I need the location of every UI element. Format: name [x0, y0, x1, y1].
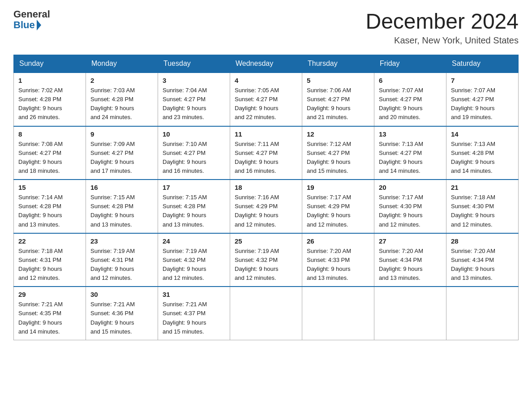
day-number: 17 — [163, 184, 225, 191]
day-info: Sunrise: 7:21 AMSunset: 4:37 PMDaylight:… — [163, 300, 225, 336]
header-friday: Friday — [374, 55, 446, 73]
day-cell: 16Sunrise: 7:15 AMSunset: 4:28 PMDayligh… — [86, 180, 158, 233]
day-info: Sunrise: 7:17 AMSunset: 4:29 PMDaylight:… — [307, 193, 369, 229]
day-cell — [374, 287, 446, 340]
day-cell: 30Sunrise: 7:21 AMSunset: 4:36 PMDayligh… — [86, 287, 158, 340]
day-info: Sunrise: 7:10 AMSunset: 4:27 PMDaylight:… — [163, 140, 225, 176]
day-cell: 6Sunrise: 7:07 AMSunset: 4:27 PMDaylight… — [374, 73, 446, 126]
day-info: Sunrise: 7:02 AMSunset: 4:28 PMDaylight:… — [18, 86, 81, 122]
day-info: Sunrise: 7:19 AMSunset: 4:31 PMDaylight:… — [90, 247, 153, 283]
day-info: Sunrise: 7:04 AMSunset: 4:27 PMDaylight:… — [163, 86, 225, 122]
day-number: 1 — [18, 77, 81, 84]
logo-blue-text: Blue — [13, 20, 50, 30]
week-row-1: 1Sunrise: 7:02 AMSunset: 4:28 PMDaylight… — [14, 73, 519, 126]
day-number: 16 — [90, 184, 153, 191]
day-number: 27 — [379, 237, 442, 245]
day-cell: 5Sunrise: 7:06 AMSunset: 4:27 PMDaylight… — [302, 73, 374, 126]
day-number: 4 — [235, 77, 297, 84]
day-info: Sunrise: 7:03 AMSunset: 4:28 PMDaylight:… — [90, 86, 153, 122]
day-cell: 28Sunrise: 7:20 AMSunset: 4:34 PMDayligh… — [446, 233, 519, 287]
header-saturday: Saturday — [446, 55, 519, 73]
day-number: 22 — [18, 237, 81, 245]
day-info: Sunrise: 7:08 AMSunset: 4:27 PMDaylight:… — [18, 140, 81, 176]
day-cell: 2Sunrise: 7:03 AMSunset: 4:28 PMDaylight… — [86, 73, 158, 126]
title-area: December 2024 Kaser, New York, United St… — [365, 9, 519, 46]
header-wednesday: Wednesday — [230, 55, 302, 73]
day-info: Sunrise: 7:20 AMSunset: 4:34 PMDaylight:… — [451, 247, 514, 283]
day-info: Sunrise: 7:20 AMSunset: 4:33 PMDaylight:… — [307, 247, 369, 283]
day-info: Sunrise: 7:07 AMSunset: 4:27 PMDaylight:… — [379, 86, 442, 122]
day-cell: 20Sunrise: 7:17 AMSunset: 4:30 PMDayligh… — [374, 180, 446, 233]
page-header: General Blue December 2024 Kaser, New Yo… — [13, 9, 519, 46]
header-tuesday: Tuesday — [158, 55, 230, 73]
day-number: 26 — [307, 237, 369, 245]
day-info: Sunrise: 7:09 AMSunset: 4:27 PMDaylight:… — [90, 140, 153, 176]
week-row-5: 29Sunrise: 7:21 AMSunset: 4:35 PMDayligh… — [14, 287, 519, 340]
day-cell: 11Sunrise: 7:11 AMSunset: 4:27 PMDayligh… — [230, 126, 302, 180]
day-number: 10 — [163, 130, 225, 138]
header-thursday: Thursday — [302, 55, 374, 73]
calendar-table: SundayMondayTuesdayWednesdayThursdayFrid… — [13, 55, 519, 340]
day-cell: 17Sunrise: 7:15 AMSunset: 4:28 PMDayligh… — [158, 180, 230, 233]
location-title: Kaser, New York, United States — [365, 35, 519, 46]
day-cell: 4Sunrise: 7:05 AMSunset: 4:27 PMDaylight… — [230, 73, 302, 126]
day-number: 9 — [90, 130, 153, 138]
day-info: Sunrise: 7:05 AMSunset: 4:27 PMDaylight:… — [235, 86, 297, 122]
day-info: Sunrise: 7:18 AMSunset: 4:31 PMDaylight:… — [18, 247, 81, 283]
logo: General Blue — [13, 9, 50, 30]
day-number: 28 — [451, 237, 514, 245]
day-info: Sunrise: 7:19 AMSunset: 4:32 PMDaylight:… — [163, 247, 225, 283]
day-number: 5 — [307, 77, 369, 84]
day-cell: 8Sunrise: 7:08 AMSunset: 4:27 PMDaylight… — [14, 126, 86, 180]
day-number: 2 — [90, 77, 153, 84]
day-cell: 12Sunrise: 7:12 AMSunset: 4:27 PMDayligh… — [302, 126, 374, 180]
day-cell — [302, 287, 374, 340]
day-number: 30 — [90, 291, 153, 298]
day-cell: 22Sunrise: 7:18 AMSunset: 4:31 PMDayligh… — [14, 233, 86, 287]
day-info: Sunrise: 7:20 AMSunset: 4:34 PMDaylight:… — [379, 247, 442, 283]
day-cell: 14Sunrise: 7:13 AMSunset: 4:28 PMDayligh… — [446, 126, 519, 180]
day-cell: 29Sunrise: 7:21 AMSunset: 4:35 PMDayligh… — [14, 287, 86, 340]
day-cell: 13Sunrise: 7:13 AMSunset: 4:27 PMDayligh… — [374, 126, 446, 180]
day-cell: 7Sunrise: 7:07 AMSunset: 4:27 PMDaylight… — [446, 73, 519, 126]
day-cell: 23Sunrise: 7:19 AMSunset: 4:31 PMDayligh… — [86, 233, 158, 287]
day-cell — [230, 287, 302, 340]
day-info: Sunrise: 7:06 AMSunset: 4:27 PMDaylight:… — [307, 86, 369, 122]
week-row-3: 15Sunrise: 7:14 AMSunset: 4:28 PMDayligh… — [14, 180, 519, 233]
day-number: 11 — [235, 130, 297, 138]
day-number: 3 — [163, 77, 225, 84]
day-info: Sunrise: 7:14 AMSunset: 4:28 PMDaylight:… — [18, 193, 81, 229]
day-number: 14 — [451, 130, 514, 138]
day-info: Sunrise: 7:12 AMSunset: 4:27 PMDaylight:… — [307, 140, 369, 176]
day-number: 19 — [307, 184, 369, 191]
day-info: Sunrise: 7:07 AMSunset: 4:27 PMDaylight:… — [451, 86, 514, 122]
logo-general-text: General — [13, 9, 50, 20]
day-cell: 1Sunrise: 7:02 AMSunset: 4:28 PMDaylight… — [14, 73, 86, 126]
day-info: Sunrise: 7:17 AMSunset: 4:30 PMDaylight:… — [379, 193, 442, 229]
day-cell: 10Sunrise: 7:10 AMSunset: 4:27 PMDayligh… — [158, 126, 230, 180]
day-cell: 9Sunrise: 7:09 AMSunset: 4:27 PMDaylight… — [86, 126, 158, 180]
day-number: 29 — [18, 291, 81, 298]
day-number: 21 — [451, 184, 514, 191]
week-row-4: 22Sunrise: 7:18 AMSunset: 4:31 PMDayligh… — [14, 233, 519, 287]
day-cell: 25Sunrise: 7:19 AMSunset: 4:32 PMDayligh… — [230, 233, 302, 287]
day-cell — [446, 287, 519, 340]
header-sunday: Sunday — [14, 55, 86, 73]
day-number: 18 — [235, 184, 297, 191]
day-number: 8 — [18, 130, 81, 138]
day-info: Sunrise: 7:15 AMSunset: 4:28 PMDaylight:… — [163, 193, 225, 229]
day-cell: 15Sunrise: 7:14 AMSunset: 4:28 PMDayligh… — [14, 180, 86, 233]
day-number: 31 — [163, 291, 225, 298]
week-row-2: 8Sunrise: 7:08 AMSunset: 4:27 PMDaylight… — [14, 126, 519, 180]
day-info: Sunrise: 7:21 AMSunset: 4:36 PMDaylight:… — [90, 300, 153, 336]
day-info: Sunrise: 7:13 AMSunset: 4:27 PMDaylight:… — [379, 140, 442, 176]
day-cell: 27Sunrise: 7:20 AMSunset: 4:34 PMDayligh… — [374, 233, 446, 287]
day-info: Sunrise: 7:19 AMSunset: 4:32 PMDaylight:… — [235, 247, 297, 283]
day-number: 24 — [163, 237, 225, 245]
day-number: 12 — [307, 130, 369, 138]
day-cell: 19Sunrise: 7:17 AMSunset: 4:29 PMDayligh… — [302, 180, 374, 233]
month-title: December 2024 — [365, 9, 519, 34]
day-number: 13 — [379, 130, 442, 138]
day-info: Sunrise: 7:21 AMSunset: 4:35 PMDaylight:… — [18, 300, 81, 336]
day-cell: 21Sunrise: 7:18 AMSunset: 4:30 PMDayligh… — [446, 180, 519, 233]
